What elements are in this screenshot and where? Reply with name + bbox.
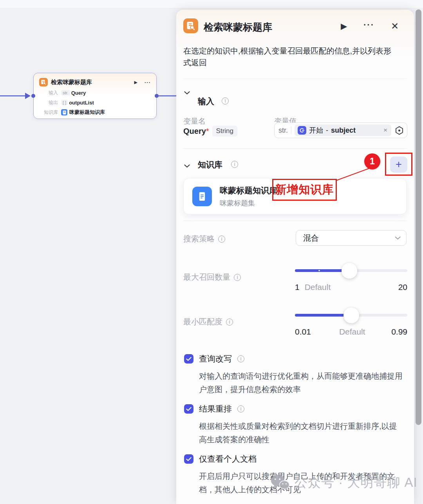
watermark: 公众号 · 大明哥聊 AI [269, 473, 418, 491]
node-knowledge-row: 知识库 咪蒙标题知识库 [39, 109, 151, 116]
min-match-scale: 0.01 Default 0.99 [295, 327, 407, 337]
knowledge-doc-icon [61, 109, 67, 115]
start-node-icon [298, 126, 306, 135]
min-match-label: 最小匹配度 i [183, 317, 233, 327]
panel-more-button[interactable]: ··· [363, 20, 374, 30]
info-icon[interactable]: i [234, 274, 241, 281]
search-strategy-select[interactable]: 混合 [296, 230, 407, 246]
node-knowledge-value: 咪蒙标题知识库 [69, 109, 105, 116]
info-icon[interactable]: i [237, 405, 244, 412]
variable-name-cell: Query * String [183, 126, 237, 137]
search-strategy-text: 搜索策略 [183, 234, 215, 244]
selected-strategy: 混合 [303, 233, 395, 243]
node-row-label: 输出 [39, 99, 58, 106]
col-variable-name: 变量名 [183, 116, 206, 126]
max-recall-label: 最大召回数量 i [183, 272, 241, 283]
input-section-title: 输入 [198, 96, 214, 107]
knowledge-retrieval-icon [39, 78, 48, 86]
ref-separator: - [326, 126, 328, 135]
arrowhead-icon [25, 93, 31, 99]
divider [183, 79, 407, 79]
info-icon[interactable]: i [222, 97, 229, 104]
node-config-panel: 检索咪蒙标题库 ▶ ··· ✕ 在选定的知识中,根据输入变量召回最匹配的信息,并… [176, 10, 414, 504]
max-recall-scale: 1 Default 20 [295, 283, 407, 292]
knowledge-section-title: 知识库 [198, 159, 222, 170]
ref-node-name: 开始 [309, 126, 323, 135]
divider [183, 148, 407, 149]
variable-reference-chip[interactable]: 开始 - subject × [295, 124, 391, 136]
query-rewrite-row: 查询改写 i [184, 353, 244, 364]
value-type-prefix: str. [278, 126, 288, 135]
string-type-badge: str. [61, 90, 70, 95]
separator [291, 126, 291, 134]
node-title: 检索咪蒙标题库 [51, 79, 131, 86]
info-icon[interactable]: i [237, 355, 244, 362]
rerank-description: 根据相关性或质量对检索到的文档切片进行重新排序,以提高生成答案的准确性 [199, 419, 403, 446]
node-output-row: 输出 [ ] outputList [39, 99, 151, 106]
slider-max: 0.99 [391, 327, 407, 337]
clear-value-button[interactable]: × [383, 126, 388, 134]
query-rewrite-description: 对输入的查询语句进行优化重构，从而能够更准确地捕捉用户意图，提升信息检索的效率 [199, 369, 403, 396]
node-header: 检索咪蒙标题库 ▶ ··· [39, 78, 151, 86]
variable-value-field[interactable]: str. 开始 - subject × [274, 122, 407, 138]
slider-min: 0.01 [295, 327, 311, 337]
watermark-text: 公众号 · 大明哥聊 AI [295, 474, 418, 491]
chevron-down-icon [395, 236, 401, 240]
node-run-button[interactable]: ▶ [134, 80, 137, 85]
workflow-editor: 检索咪蒙标题库 ▶ ··· 输入 str. Query 输出 [ ] outpu… [0, 0, 423, 504]
node-input-port[interactable] [31, 94, 35, 98]
slider-max: 20 [398, 283, 407, 292]
knowledge-item-title: 咪蒙标题知识库 [220, 185, 277, 196]
query-rewrite-checkbox[interactable] [184, 354, 193, 364]
node-row-label: 输入 [39, 90, 58, 96]
chevron-down-icon[interactable] [184, 162, 190, 169]
slider-default-marker [318, 270, 320, 271]
run-node-button[interactable]: ▶ [341, 22, 347, 31]
node-more-button[interactable]: ··· [145, 79, 151, 85]
min-match-text: 最小匹配度 [183, 317, 222, 327]
annotation-label: 新增知识库 [272, 179, 337, 201]
min-match-slider-knob[interactable] [343, 308, 359, 323]
personal-docs-checkbox[interactable] [184, 454, 193, 464]
slider-default-label: Default [305, 283, 331, 292]
type-badge: String [212, 126, 237, 137]
max-recall-text: 最大召回数量 [183, 272, 230, 283]
node-output-value: outputList [69, 100, 94, 106]
info-icon[interactable]: i [218, 236, 225, 243]
required-asterisk: * [206, 127, 209, 136]
annotation-step-badge: 1 [364, 153, 380, 169]
info-icon[interactable]: i [231, 161, 238, 168]
variable-name: Query [183, 127, 206, 136]
knowledge-retrieval-icon [183, 18, 198, 33]
rerank-row: 结果重排 i [184, 403, 244, 414]
scrollbar[interactable] [416, 9, 421, 425]
slider-min: 1 [295, 283, 300, 292]
panel-close-button[interactable]: ✕ [391, 21, 399, 32]
node-input-value: Query [71, 90, 86, 96]
slider-fill [295, 314, 351, 317]
node-row-label: 知识库 [39, 109, 58, 116]
panel-description: 在选定的知识中,根据输入变量召回最匹配的信息,并以列表形式返回 [183, 45, 398, 68]
search-strategy-label: 搜索策略 i [183, 234, 225, 244]
personal-docs-label: 仅查看个人文档 [199, 454, 257, 464]
rerank-checkbox[interactable] [184, 404, 193, 414]
node-output-port[interactable] [155, 94, 159, 98]
panel-title: 检索咪蒙标题库 [204, 21, 272, 34]
knowledge-doc-icon [192, 187, 212, 206]
query-rewrite-label: 查询改写 [199, 353, 232, 364]
knowledge-node-card[interactable]: 检索咪蒙标题库 ▶ ··· 输入 str. Query 输出 [ ] outpu… [33, 73, 157, 119]
annotation-highlight-frame [385, 153, 412, 176]
rerank-label: 结果重排 [199, 403, 232, 414]
node-input-row: 输入 str. Query [39, 89, 151, 96]
chevron-down-icon[interactable] [184, 89, 190, 96]
personal-docs-row: 仅查看个人文档 [184, 454, 257, 464]
list-type-badge: [ ] [61, 100, 68, 105]
info-icon[interactable]: i [226, 319, 233, 326]
knowledge-item-subtitle: 咪蒙标题集 [220, 198, 277, 208]
divider [183, 221, 407, 221]
slider-default-label: Default [339, 327, 365, 337]
max-recall-slider-knob[interactable] [342, 263, 357, 279]
knowledge-item-texts: 咪蒙标题知识库 咪蒙标题集 [220, 185, 277, 208]
reference-settings-icon[interactable] [394, 126, 404, 135]
wechat-icon [269, 473, 290, 491]
